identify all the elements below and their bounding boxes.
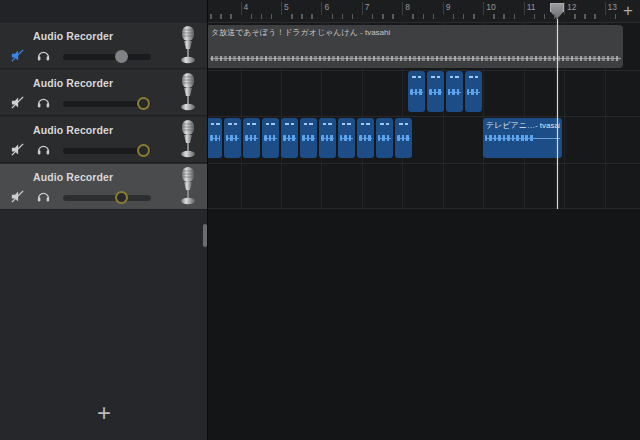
ruler-bar-line (524, 2, 525, 15)
ruler-tick (453, 14, 455, 19)
headphones-icon[interactable] (36, 189, 52, 205)
waveform (245, 135, 258, 141)
mute-speaker-icon[interactable] (10, 142, 26, 158)
grid-row-line (208, 208, 640, 209)
region-mini-label-marks (431, 76, 440, 78)
audio-region[interactable] (224, 118, 241, 158)
audio-region[interactable] (208, 118, 222, 158)
audio-region[interactable] (376, 118, 393, 158)
ruler-tick (261, 14, 263, 19)
add-section-button[interactable]: + (618, 1, 638, 21)
waveform (397, 135, 410, 141)
region-mini-label-marks (361, 123, 370, 125)
track-header-2[interactable]: Audio Recorder (0, 70, 207, 116)
time-ruler[interactable]: + 45678910111213 (208, 0, 640, 23)
slider-knob[interactable] (137, 97, 150, 110)
region-mini-label-marks (247, 123, 256, 125)
audio-region[interactable] (427, 71, 444, 112)
audio-region[interactable] (319, 118, 336, 158)
volume-slider[interactable] (63, 49, 151, 63)
slider-groove (63, 195, 151, 201)
slider-knob[interactable] (137, 144, 150, 157)
region-mini-label-marks (228, 123, 237, 125)
ruler-bar-line (605, 2, 606, 15)
track-name: Audio Recorder (33, 171, 113, 183)
ruler-tick (544, 14, 546, 19)
playhead-handle[interactable] (550, 3, 564, 19)
audio-region[interactable] (408, 71, 425, 112)
microphone-icon (176, 72, 200, 114)
waveform (429, 89, 442, 95)
microphone-icon (176, 119, 200, 161)
audio-region[interactable] (446, 71, 463, 112)
volume-slider[interactable] (63, 143, 151, 157)
waveform (340, 135, 353, 141)
ruler-bar-number: 13 (608, 2, 617, 12)
waveform (410, 89, 423, 95)
headphones-icon[interactable] (36, 95, 52, 111)
ruler-bar-number: 7 (365, 2, 370, 12)
grid-row-line (208, 163, 640, 164)
track-list-scroll-indicator[interactable] (203, 224, 207, 247)
ruler-bar-number: 12 (567, 2, 576, 12)
audio-region[interactable] (262, 118, 279, 158)
audio-region[interactable]: テレビアニ…- tvasahi (483, 118, 562, 158)
ruler-tick (311, 14, 313, 19)
region-mini-label-marks (399, 123, 408, 125)
ruler-tick (554, 14, 556, 19)
audio-region[interactable] (395, 118, 412, 158)
audio-region[interactable] (300, 118, 317, 158)
slider-knob[interactable] (115, 191, 128, 204)
mute-speaker-icon[interactable] (10, 48, 26, 64)
audio-region[interactable] (465, 71, 482, 112)
region-mini-label-marks (450, 76, 459, 78)
track-header-3[interactable]: Audio Recorder (0, 117, 207, 163)
region-mini-label-marks (211, 123, 220, 125)
ruler-tick (372, 14, 374, 19)
mute-speaker-icon[interactable] (10, 95, 26, 111)
waveform (378, 135, 391, 141)
ruler-tick (615, 14, 617, 19)
track-controls (0, 47, 170, 67)
ruler-tick (473, 14, 475, 19)
waveform (359, 135, 372, 141)
waveform (264, 135, 277, 141)
region-mini-label-marks (323, 123, 332, 125)
ruler-bar-line (564, 2, 565, 15)
ruler-tick (332, 14, 334, 19)
region-mini-label-marks (266, 123, 275, 125)
audio-region[interactable] (243, 118, 260, 158)
ruler-tick (352, 14, 354, 19)
header-top-spacer (0, 0, 207, 23)
ruler-tick (342, 14, 344, 19)
ruler-bar-number: 4 (244, 2, 249, 12)
audio-region[interactable] (338, 118, 355, 158)
track-header-1[interactable]: Audio Recorder (0, 23, 207, 69)
track-header-4[interactable]: Audio Recorder (0, 164, 207, 210)
ruler-tick (210, 14, 212, 19)
add-track-button[interactable]: + (88, 398, 120, 428)
microphone-icon (176, 25, 200, 67)
headphones-icon[interactable] (36, 48, 52, 64)
timeline-area[interactable]: + 45678910111213 タ放送であそぼう！ドラガオじゃんけん - tv… (208, 0, 640, 440)
volume-slider[interactable] (63, 190, 151, 204)
ruler-bar-number: 9 (446, 2, 451, 12)
track-controls (0, 94, 170, 114)
slider-knob[interactable] (115, 50, 128, 63)
waveform (283, 135, 296, 141)
region-label: タ放送であそぼう！ドラガオじゃんけん - tvasahi (211, 27, 621, 38)
waveform (448, 89, 461, 95)
grid-row-line (208, 70, 640, 71)
mute-speaker-icon[interactable] (10, 189, 26, 205)
waveform (467, 89, 480, 95)
audio-region[interactable] (357, 118, 374, 158)
slider-groove (63, 54, 151, 60)
headphones-icon[interactable] (36, 142, 52, 158)
track-controls (0, 188, 170, 208)
audio-region[interactable]: タ放送であそぼう！ドラガオじゃんけん - tvasahi (208, 25, 623, 68)
audio-region[interactable] (281, 118, 298, 158)
ruler-tick (503, 14, 505, 19)
waveform (321, 135, 334, 141)
ruler-tick (301, 14, 303, 19)
volume-slider[interactable] (63, 96, 151, 110)
